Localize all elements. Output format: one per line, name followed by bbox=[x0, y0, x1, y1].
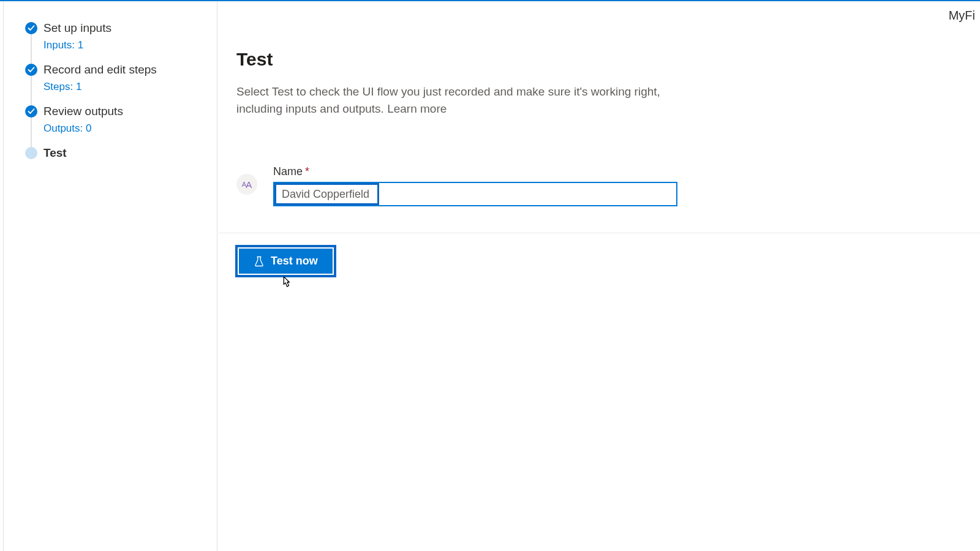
flask-icon bbox=[254, 256, 265, 267]
wizard-step-record-steps[interactable]: Record and edit steps Steps: 1 bbox=[4, 62, 217, 104]
step-subtext: Outputs: 0 bbox=[43, 122, 217, 135]
check-icon bbox=[25, 105, 37, 118]
test-input-form: AA Name* bbox=[236, 165, 958, 206]
collapsed-nav-rail bbox=[0, 1, 4, 551]
step-subtext: Inputs: 1 bbox=[43, 39, 217, 51]
check-icon bbox=[25, 22, 37, 34]
description-text: Select Test to check the UI flow you jus… bbox=[236, 85, 660, 115]
name-input[interactable] bbox=[274, 183, 676, 205]
step-connector bbox=[31, 118, 32, 147]
current-step-dot-icon bbox=[25, 147, 37, 159]
required-asterisk: * bbox=[305, 165, 309, 178]
section-divider bbox=[218, 233, 980, 233]
step-title: Record and edit steps bbox=[43, 62, 217, 77]
learn-more-link[interactable]: Learn more bbox=[387, 102, 447, 115]
step-title: Set up inputs bbox=[43, 21, 217, 36]
page-title: Test bbox=[236, 49, 958, 70]
wizard-step-list: Set up inputs Inputs: 1 Record and edit … bbox=[4, 1, 217, 171]
step-connector bbox=[31, 34, 32, 64]
test-now-label: Test now bbox=[271, 255, 318, 268]
name-field-group: Name* bbox=[273, 165, 684, 206]
test-now-button[interactable]: Test now bbox=[239, 249, 333, 274]
step-title: Test bbox=[43, 146, 217, 160]
check-icon bbox=[25, 64, 37, 76]
name-field-label: Name* bbox=[273, 165, 684, 178]
name-input-wrapper bbox=[273, 182, 677, 206]
wizard-step-review-outputs[interactable]: Review outputs Outputs: 0 bbox=[4, 104, 217, 146]
step-connector bbox=[31, 76, 32, 105]
text-type-icon: AA bbox=[236, 174, 257, 195]
action-bar: Test now bbox=[235, 245, 336, 277]
wizard-step-setup-inputs[interactable]: Set up inputs Inputs: 1 bbox=[4, 21, 217, 62]
page-description: Select Test to check the UI flow you jus… bbox=[236, 83, 677, 118]
highlight-box: Test now bbox=[235, 245, 336, 277]
step-title: Review outputs bbox=[43, 104, 217, 119]
wizard-step-test[interactable]: Test bbox=[4, 146, 217, 171]
wizard-sidebar: Set up inputs Inputs: 1 Record and edit … bbox=[4, 1, 217, 551]
step-subtext: Steps: 1 bbox=[43, 81, 217, 93]
